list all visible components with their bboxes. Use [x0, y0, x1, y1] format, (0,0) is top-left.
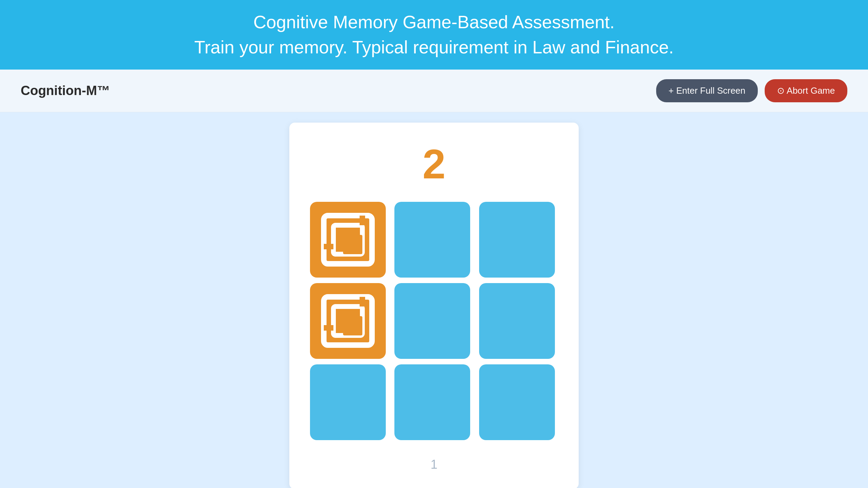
fullscreen-button[interactable]: + Enter Full Screen: [656, 79, 758, 102]
game-card: 2: [289, 123, 579, 488]
grid-cell-1-2[interactable]: [479, 283, 555, 359]
grid-cell-0-2[interactable]: [479, 202, 555, 278]
brand-logo: Cognition-M™: [21, 83, 110, 98]
svg-rect-7: [343, 316, 362, 335]
main-content: 2: [0, 112, 868, 488]
maze-symbol-icon-2: [320, 293, 375, 349]
abort-button[interactable]: ⊙ Abort Game: [765, 79, 847, 102]
header-title: Cognitive Memory Game-Based Assessment. …: [7, 10, 861, 60]
maze-symbol-icon: [320, 212, 375, 267]
grid-cell-2-0[interactable]: [310, 364, 386, 440]
grid-cell-2-2[interactable]: [479, 364, 555, 440]
grid-cell-1-1[interactable]: [394, 283, 470, 359]
round-number: 2: [423, 143, 446, 185]
grid-cell-2-1[interactable]: [394, 364, 470, 440]
header-banner: Cognitive Memory Game-Based Assessment. …: [0, 0, 868, 70]
grid-cell-1-0[interactable]: [310, 283, 386, 359]
grid-cell-0-0[interactable]: [310, 202, 386, 278]
svg-rect-2: [343, 235, 362, 254]
game-grid: [310, 202, 558, 440]
page-indicator: 1: [431, 457, 437, 472]
navbar: Cognition-M™ + Enter Full Screen ⊙ Abort…: [0, 70, 868, 112]
grid-cell-0-1[interactable]: [394, 202, 470, 278]
nav-buttons: + Enter Full Screen ⊙ Abort Game: [656, 79, 847, 102]
